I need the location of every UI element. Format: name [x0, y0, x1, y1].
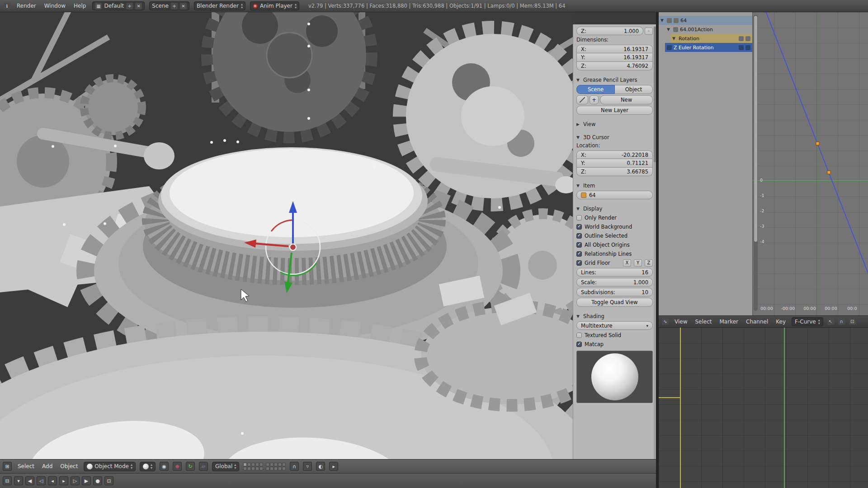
- layer-cell[interactable]: [243, 467, 247, 470]
- menu-channel[interactable]: Channel: [744, 319, 770, 325]
- frame-prev-icon[interactable]: ◁: [37, 476, 46, 485]
- copy-keyframes-icon[interactable]: ⊡: [849, 318, 856, 325]
- add-scene-button[interactable]: +: [171, 3, 178, 9]
- layer-cell[interactable]: [255, 467, 259, 470]
- scene-selector[interactable]: Scene + ✕: [149, 1, 189, 10]
- menu-select[interactable]: Select: [693, 319, 713, 325]
- layer-cell[interactable]: [274, 463, 278, 466]
- snap-element-dropdown[interactable]: ▿: [303, 462, 312, 471]
- visibility-eye-icon[interactable]: [674, 18, 679, 23]
- frame-next-icon[interactable]: ▷: [71, 476, 80, 485]
- sync-dropdown-icon[interactable]: ⊡: [104, 476, 113, 485]
- manipulator-translate-button[interactable]: ⊕: [173, 462, 182, 471]
- graph-vertical-scrollbar[interactable]: [754, 15, 758, 311]
- anim-player-dropdown[interactable]: ✕ Anim Player ▴▾: [250, 1, 299, 10]
- opengl-render-anim-button[interactable]: ▸: [329, 462, 338, 471]
- toggle-quad-view-button[interactable]: Toggle Quad View: [576, 298, 653, 307]
- panel-display[interactable]: ▼ Display: [576, 205, 653, 212]
- all-object-origins-checkbox[interactable]: [576, 242, 582, 248]
- grease-new-button[interactable]: New: [600, 95, 653, 104]
- graph-curve-area[interactable]: 0 -1 -2 -3 -4 00:00 -00:00 00:00 00:00 0…: [753, 12, 868, 315]
- layer-cell[interactable]: [247, 467, 251, 470]
- opengl-render-button[interactable]: ◐: [316, 462, 325, 471]
- frame-jump-end-icon[interactable]: ▶: [82, 476, 91, 485]
- record-icon[interactable]: ●: [93, 476, 102, 485]
- tab-scene[interactable]: Scene: [576, 85, 615, 94]
- screen-layout-selector[interactable]: ▦ Default + ✕: [92, 1, 145, 10]
- lock-icon[interactable]: [745, 45, 750, 50]
- menu-view[interactable]: View: [673, 319, 689, 325]
- pivot-point-dropdown[interactable]: ◉: [160, 462, 169, 471]
- grid-floor-checkbox[interactable]: [576, 260, 582, 266]
- snap-magnet-icon[interactable]: ∩: [838, 318, 845, 325]
- dimension-y-field[interactable]: Y: 16.19317: [576, 53, 653, 62]
- matcap-checkbox[interactable]: [576, 342, 582, 347]
- viewport-3d-scene[interactable]: 853 | 64: [0, 12, 575, 459]
- add-icon[interactable]: +: [590, 95, 599, 104]
- layer-cell[interactable]: [251, 467, 255, 470]
- layer-cell[interactable]: [255, 463, 259, 466]
- layer-cell[interactable]: [282, 463, 286, 466]
- delete-scene-button[interactable]: ✕: [180, 3, 187, 9]
- render-engine-dropdown[interactable]: Blender Render ▴▾: [194, 1, 245, 10]
- view-menu-icon[interactable]: ▾: [14, 476, 23, 485]
- menu-select[interactable]: Select: [16, 463, 36, 469]
- layer-cell[interactable]: [274, 467, 278, 470]
- menu-add[interactable]: Add: [40, 463, 54, 469]
- wrench-icon[interactable]: [739, 36, 744, 41]
- panel-view[interactable]: ▶ View: [576, 120, 653, 128]
- rotation-z-field[interactable]: Z: 1.000: [576, 27, 643, 35]
- viewport-shading-dropdown[interactable]: ▴▾: [140, 462, 156, 471]
- add-layout-button[interactable]: +: [126, 3, 133, 9]
- menu-render[interactable]: Render: [15, 3, 38, 9]
- channel-row-rotation[interactable]: ▼ Rotation: [670, 34, 752, 43]
- snap-magnet-button[interactable]: ∩: [290, 462, 299, 471]
- channel-row-z-euler[interactable]: Z Euler Rotation: [665, 43, 752, 52]
- speaker-icon[interactable]: [745, 36, 750, 41]
- layer-cell[interactable]: [270, 463, 274, 466]
- tab-object[interactable]: Object: [615, 85, 653, 94]
- panel-shading[interactable]: ▼ Shading: [576, 312, 653, 320]
- editor-type-timeline-icon[interactable]: ⊟: [3, 476, 12, 485]
- manipulator-rotate-button[interactable]: ↻: [186, 462, 195, 471]
- lock-icon[interactable]: ◦: [645, 28, 653, 35]
- matcap-preview[interactable]: [576, 351, 653, 403]
- panel-3d-cursor[interactable]: ▼ 3D Cursor: [576, 133, 653, 141]
- grid-lines-field[interactable]: Lines: 16: [576, 268, 653, 277]
- panel-grease-pencil[interactable]: ▼ Grease Pencil Layers: [576, 76, 653, 84]
- graph-mode-dropdown[interactable]: F-Curve ▴▾: [792, 317, 823, 326]
- relationship-lines-checkbox[interactable]: [576, 251, 582, 257]
- mode-dropdown[interactable]: Object Mode ▴▾: [84, 462, 136, 471]
- textured-solid-checkbox[interactable]: [576, 333, 582, 338]
- grid-axis-y-button[interactable]: Y: [634, 259, 642, 267]
- speaker-icon[interactable]: [739, 45, 744, 50]
- editor-type-3dview-icon[interactable]: ⊞: [3, 462, 12, 471]
- viewport-3d[interactable]: 853 | 64 Z: 1.000 ◦ Dimensions: X: 16.19…: [0, 12, 656, 459]
- panel-item[interactable]: ▼ Item: [576, 182, 653, 189]
- layer-cell[interactable]: [270, 467, 274, 470]
- play-reverse-icon[interactable]: ◂: [48, 476, 57, 485]
- menu-help[interactable]: Help: [72, 3, 88, 9]
- dimension-z-field[interactable]: Z: 4.76092: [576, 62, 653, 70]
- layer-cell[interactable]: [247, 463, 251, 466]
- layer-cell[interactable]: [266, 467, 269, 470]
- layer-cell[interactable]: [243, 463, 247, 466]
- outline-selected-checkbox[interactable]: [576, 233, 582, 239]
- channel-row-object[interactable]: ▼ 64: [659, 16, 752, 25]
- grid-axis-x-button[interactable]: X: [623, 259, 631, 267]
- layer-cell[interactable]: [251, 463, 255, 466]
- grid-axis-z-button[interactable]: Z: [645, 259, 653, 267]
- grid-scale-field[interactable]: Scale: 1.000: [576, 278, 653, 286]
- layer-cell[interactable]: [259, 467, 263, 470]
- grid-subdivisions-field[interactable]: Subdivisions: 10: [576, 288, 653, 296]
- layers-widget[interactable]: [243, 463, 286, 470]
- graph-editor-lower-area[interactable]: [659, 328, 868, 488]
- current-frame-line[interactable]: [784, 328, 785, 488]
- cursor-z-field[interactable]: Z: 3.66785: [576, 168, 653, 176]
- cursor-x-field[interactable]: X: -20.22018: [576, 150, 653, 159]
- channel-row-action[interactable]: ▼ 64.001Action: [665, 25, 752, 34]
- layer-cell[interactable]: [259, 463, 263, 466]
- cursor-y-field[interactable]: Y: 0.71121: [576, 159, 653, 168]
- orientation-dropdown[interactable]: Global ▴▾: [212, 462, 239, 471]
- delete-layout-button[interactable]: ✕: [135, 3, 142, 9]
